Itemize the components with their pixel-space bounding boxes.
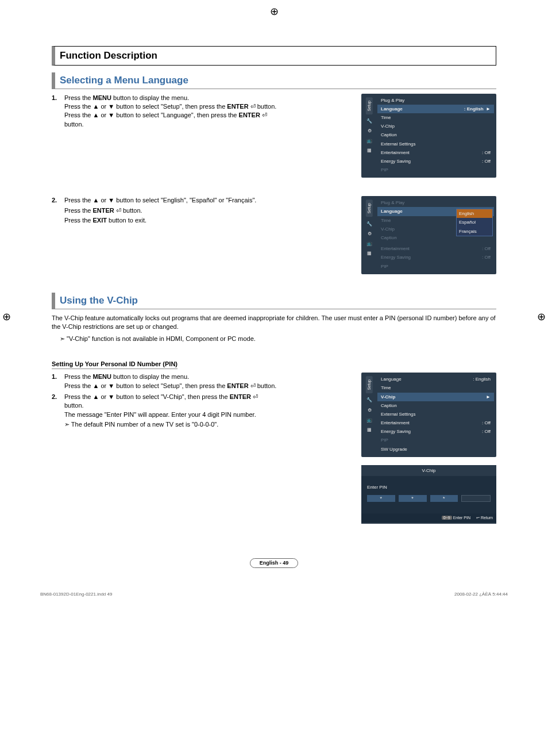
osd-item-external-settings: External Settings [381,141,415,147]
instructions-col: 2. Press the ▲ or ▼ button to select "En… [52,196,348,282]
osd-item-language: Language [381,208,403,214]
pin-digit-2: * [399,495,427,502]
osd-item-caption: Caption [381,402,397,409]
osd-item-energy-saving: Energy Saving [381,158,411,164]
osd-item-language: Language [381,106,403,112]
subsection-selecting-menu-language: Selecting a Menu Language [52,72,496,89]
menu-button-label: MENU [93,373,111,380]
section-header-function-description: Function Description [52,46,496,66]
osd-col: Setup 🔧 ⚙ 📺 ▦ Plug & Play Language Time … [361,196,496,282]
input-icon: 📺 [366,417,372,423]
input-icon: 📺 [366,240,372,247]
osd-item-entertainment: Entertainment [381,149,410,156]
text: Press the ▲ or ▼ button to select "Setup… [64,103,227,110]
text: button to display the menu. [111,373,189,380]
return-icon: ↩ [476,516,480,520]
crop-registration-icon: ⊕ [2,310,11,324]
osd-item-vchip: V-Chip [381,226,395,232]
osd-value-entertainment: : Off [482,245,491,252]
step-number: 1. [52,94,64,129]
pin-enter-label: Enter PIN [367,484,491,490]
enter-icon: ⏎ [262,112,267,118]
step-number: 2. [52,196,64,225]
osd-item-time: Time [381,114,391,121]
osd-item-caption: Caption [381,132,397,138]
osd-tab-setup: Setup [366,199,373,217]
pin-default-note: The default PIN number of a new TV set i… [64,420,258,429]
osd-item-caption: Caption [381,235,397,241]
gear-icon: ⚙ [368,128,372,134]
osd-value-language: : English [473,376,491,382]
vchip-note: "V-Chip" function is not available in HD… [60,335,496,343]
menu-button-label: MENU [93,94,111,101]
text: Press the [64,373,93,380]
input-icon: 📺 [366,137,372,144]
osd-value-language: : English [464,106,484,112]
text: Press the [64,207,93,214]
doc-timestamp: 2008-02-22 ¿ÀÈÄ 5:44:44 [454,591,508,597]
osd-setup-menu-3: Setup 🔧 ⚙ 📺 ▦ Language: English Time V-C… [361,373,496,457]
document-meta: BN68-01392D-01Eng-0221.indd 49 2008-02-2… [34,591,514,597]
text: Press the ▲ or ▼ button to select "V-Chi… [64,393,230,400]
wrench-icon: 🔧 [366,118,372,124]
text: Press the ▲ or ▼ button to select "Engli… [64,197,256,204]
osd-tab-setup: Setup [366,97,373,114]
osd-item-entertainment: Entertainment [381,245,410,252]
vchip-description: The V-Chip feature automatically locks o… [52,314,496,332]
text: Press the [64,217,93,224]
dropdown-option-english: English [457,209,492,218]
enter-button-label: ENTER [93,207,114,214]
gear-icon: ⚙ [368,231,372,237]
page-footer: English - 49 [52,558,496,568]
text: Press the [64,94,93,101]
text: button to display the menu. [111,94,189,101]
page-content: Function Description Selecting a Menu La… [34,23,514,568]
pin-step-2-text: Press the ▲ or ▼ button to select "V-Chi… [64,393,258,429]
osd-item-energy-saving: Energy Saving [381,428,411,435]
step-1-text: Press the MENU button to display the men… [64,94,276,129]
chevron-right-icon: ► [486,394,491,400]
osd-item-time: Time [381,217,391,224]
dropdown-option-francais: Français [457,227,492,236]
pin-hint-badge: 0~9 [442,516,452,520]
osd-item-plug-play: Plug & Play [381,97,404,103]
app-icon: ▦ [367,250,372,256]
block-select-language: 1. Press the MENU button to display the … [52,94,496,186]
doc-filename: BN68-01392D-01Eng-0221.indd 49 [40,591,112,597]
enter-icon: ⏎ [116,207,121,214]
osd-pin-panel: V-Chip Enter PIN * * * 0~9 Enter PIN ↩ R… [361,465,496,524]
osd-tab-setup: Setup [366,376,373,393]
text: The message "Enter PIN" will appear. Ent… [64,411,256,418]
osd-item-time: Time [381,385,391,391]
osd-item-language: Language [381,376,402,382]
block-select-language-2: 2. Press the ▲ or ▼ button to select "En… [52,196,496,282]
pin-hint-return: Return [481,516,493,520]
enter-button-label: ENTER [239,112,260,118]
app-icon: ▦ [367,427,372,433]
enter-button-label: ENTER [230,393,251,400]
text: Press the ▲ or ▼ button to select "Setup… [64,382,227,389]
instructions-col: 1. Press the MENU button to display the … [52,373,348,524]
osd-col: Setup 🔧 ⚙ 📺 ▦ Language: English Time V-C… [361,373,496,524]
osd-item-external-settings: External Settings [381,411,415,417]
text: button. [256,103,277,110]
osd-setup-menu-1: Setup 🔧 ⚙ 📺 ▦ Plug & Play Language: Engl… [361,94,496,178]
osd-item-entertainment: Entertainment [381,420,410,426]
crop-registration-icon: ⊕ [270,5,279,19]
pin-digit-4 [461,495,491,502]
osd-col: Setup 🔧 ⚙ 📺 ▦ Plug & Play Language: Engl… [361,94,496,186]
osd-value-energy: : Off [482,254,491,260]
block-set-pin: 1. Press the MENU button to display the … [52,373,496,524]
dropdown-option-espanol: Español [457,218,492,227]
text: button. [256,382,277,389]
osd-language-dropdown: English Español Français [456,209,493,236]
osd-item-pip: PIP [381,263,388,270]
pin-hint-enter: Enter PIN [453,516,470,520]
osd-item-vchip: V-Chip [381,123,395,129]
subheading-set-pin: Setting Up Your Personal ID Number (PIN) [52,360,177,369]
crop-registration-icon: ⊕ [537,310,546,324]
enter-button-label: ENTER [227,103,248,110]
osd-item-vchip: V-Chip [381,394,395,400]
pin-step-1-text: Press the MENU button to display the men… [64,373,276,390]
text: button. [64,402,84,409]
